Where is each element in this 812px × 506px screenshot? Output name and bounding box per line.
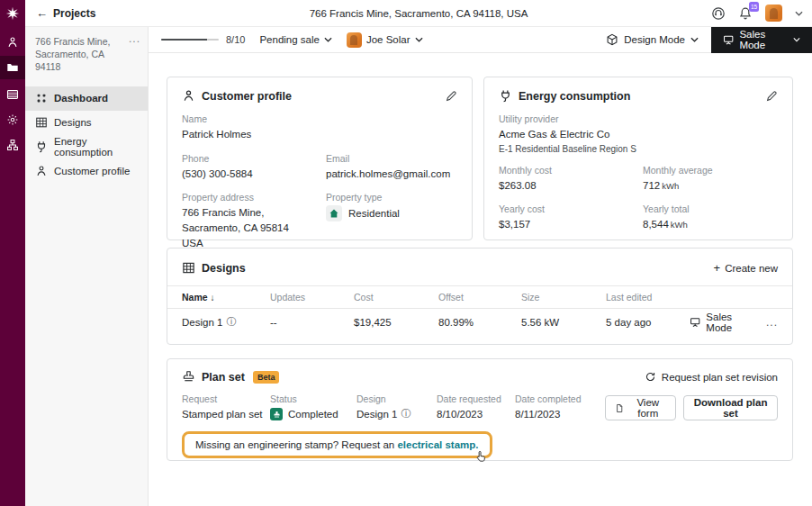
status-completed-icon bbox=[270, 408, 283, 420]
monthly-average: 712kWh bbox=[643, 178, 713, 194]
chevron-down-icon bbox=[690, 37, 699, 42]
column-header-size[interactable]: Size bbox=[521, 292, 606, 303]
document-icon bbox=[615, 402, 624, 414]
cursor-pointer-icon bbox=[474, 449, 488, 463]
cube-icon bbox=[606, 33, 618, 46]
plan-set-request: Stamped plan set bbox=[182, 407, 270, 422]
column-header-offset[interactable]: Offset bbox=[438, 292, 521, 303]
status-dropdown-label: Pending sale bbox=[259, 34, 320, 45]
edit-customer-button[interactable] bbox=[445, 90, 457, 103]
designs-card: Designs + Create new Name ↓ Updates Cost… bbox=[167, 248, 793, 345]
project-more-button[interactable]: ... bbox=[129, 35, 140, 46]
owner-dropdown-label: Joe Solar bbox=[366, 34, 411, 45]
callout-text: Missing an engineering stamp? Request an bbox=[195, 439, 397, 450]
plan-set-date-requested: 8/10/2023 bbox=[437, 407, 515, 422]
designs-grid-icon bbox=[35, 116, 48, 129]
field-label: Monthly cost bbox=[499, 165, 643, 176]
plug-icon bbox=[499, 89, 512, 103]
create-new-design-button[interactable]: + Create new bbox=[714, 261, 778, 275]
info-icon[interactable]: ⓘ bbox=[226, 315, 236, 329]
request-plan-set-revision-button[interactable]: Request plan set revision bbox=[645, 371, 778, 383]
column-header-updates[interactable]: Updates bbox=[270, 292, 354, 303]
sales-mode-label: Sales Mode bbox=[739, 29, 788, 50]
field-label: Name bbox=[182, 113, 457, 124]
designs-table-header: Name ↓ Updates Cost Offset Size Last edi… bbox=[167, 285, 792, 309]
list-icon[interactable] bbox=[0, 83, 25, 106]
yearly-cost: $3,157 bbox=[499, 217, 643, 232]
sidebar-item-label: Designs bbox=[54, 117, 92, 128]
column-header-last-edited[interactable]: Last edited bbox=[606, 292, 690, 303]
beta-badge: Beta bbox=[253, 371, 280, 384]
row-sales-mode-button[interactable]: Sales Mode bbox=[690, 312, 758, 333]
field-label: Design bbox=[356, 393, 437, 404]
sales-mode-dropdown[interactable]: Sales Mode bbox=[711, 27, 812, 53]
card-title: Customer profile bbox=[202, 90, 292, 103]
refresh-icon bbox=[645, 371, 656, 383]
left-icon-rail bbox=[0, 0, 25, 506]
user-avatar[interactable] bbox=[765, 5, 782, 22]
owner-avatar bbox=[347, 32, 362, 48]
customer-name: Patrick Holmes bbox=[182, 127, 457, 142]
create-new-label: Create new bbox=[725, 263, 778, 274]
field-label: Monthly average bbox=[643, 165, 713, 176]
card-title: Energy consumption bbox=[519, 90, 630, 103]
pencil-icon bbox=[445, 90, 457, 103]
designs-grid-icon bbox=[182, 261, 195, 275]
project-owner-dropdown[interactable]: Joe Solar bbox=[347, 32, 423, 48]
customer-email: patrick.holmes@gmail.com bbox=[326, 167, 450, 182]
sort-desc-icon: ↓ bbox=[211, 293, 215, 303]
plan-set-card: Plan set Beta Request plan set revision … bbox=[167, 358, 793, 461]
plus-icon: + bbox=[714, 261, 721, 275]
electrical-stamp-callout: Missing an engineering stamp? Request an… bbox=[182, 431, 492, 458]
progress-label: 8/10 bbox=[226, 34, 245, 45]
profile-icon[interactable] bbox=[0, 31, 25, 54]
field-label: Property address bbox=[182, 192, 326, 203]
stamp-icon bbox=[182, 370, 195, 384]
back-arrow-icon: ← bbox=[36, 6, 48, 20]
settings-gear-icon[interactable] bbox=[0, 108, 25, 131]
card-title: Plan set bbox=[202, 371, 245, 384]
info-icon[interactable]: ⓘ bbox=[401, 407, 411, 421]
projects-folder-icon[interactable] bbox=[0, 56, 25, 79]
sidebar-item-customer-profile[interactable]: Customer profile bbox=[25, 159, 148, 184]
field-label: Yearly total bbox=[643, 203, 690, 214]
monthly-cost: $263.08 bbox=[499, 178, 643, 194]
project-progress-bar bbox=[161, 39, 219, 41]
design-last-edited: 5 day ago bbox=[606, 317, 690, 328]
design-size: 5.56 kW bbox=[521, 317, 606, 328]
sidebar-item-designs[interactable]: Designs bbox=[25, 111, 148, 135]
design-table-row[interactable]: Design 1 ⓘ -- $19,425 80.99% 5.56 kW 5 d… bbox=[167, 309, 792, 335]
field-label: Yearly cost bbox=[499, 203, 643, 214]
column-header-cost[interactable]: Cost bbox=[354, 292, 438, 303]
notifications-bell-icon[interactable]: 15 bbox=[738, 6, 753, 21]
project-status-dropdown[interactable]: Pending sale bbox=[259, 34, 332, 45]
customer-profile-card: Customer profile Name Patrick Holmes Pho… bbox=[167, 77, 473, 240]
design-cost: $19,425 bbox=[354, 317, 438, 328]
field-label: Status bbox=[270, 393, 356, 404]
chevron-down-icon bbox=[324, 37, 332, 42]
column-header-name[interactable]: Name ↓ bbox=[182, 292, 270, 303]
presentation-screen-icon bbox=[690, 316, 700, 328]
customer-phone: (530) 300-5884 bbox=[182, 167, 326, 182]
row-overflow-menu-button[interactable]: ... bbox=[758, 316, 778, 329]
sidebar-item-energy-consumption[interactable]: Energy consumption bbox=[25, 135, 148, 159]
account-chevron-down-icon[interactable] bbox=[795, 11, 803, 16]
person-icon bbox=[182, 89, 195, 103]
dashboard-main: Customer profile Name Patrick Holmes Pho… bbox=[149, 53, 812, 506]
field-label: Phone bbox=[182, 153, 326, 164]
view-form-button[interactable]: View form bbox=[605, 395, 676, 420]
plan-set-status: Completed bbox=[288, 407, 338, 422]
sidebar-item-dashboard[interactable]: Dashboard bbox=[25, 86, 148, 111]
sidebar-item-label: Dashboard bbox=[54, 93, 108, 104]
design-mode-dropdown[interactable]: Design Mode bbox=[593, 27, 711, 52]
support-icon[interactable] bbox=[711, 6, 726, 21]
download-plan-set-button[interactable]: Download plan set bbox=[683, 395, 778, 420]
edit-energy-button[interactable] bbox=[765, 90, 778, 103]
energy-consumption-card: Energy consumption Utility provider Acme… bbox=[483, 77, 793, 240]
project-sidebar: 766 Francis Mine, Sacramento, CA 94118 .… bbox=[25, 27, 149, 506]
org-chart-icon[interactable] bbox=[0, 133, 25, 157]
field-label: Date requested bbox=[437, 393, 515, 404]
electrical-stamp-link[interactable]: electrical stamp. bbox=[397, 439, 478, 450]
dashboard-icon bbox=[35, 92, 48, 104]
back-to-projects-button[interactable]: ← Projects bbox=[36, 6, 95, 20]
